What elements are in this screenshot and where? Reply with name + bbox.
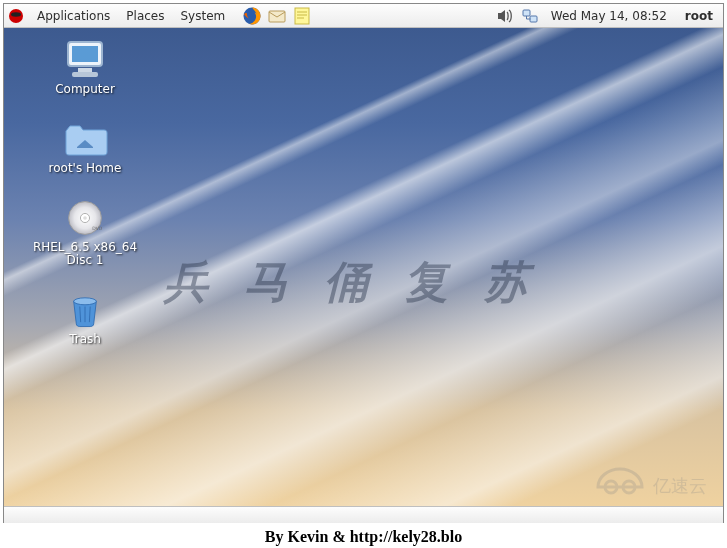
desktop-area[interactable]: 兵马俑复苏 亿速云 Computer — [4, 28, 723, 506]
notes-launcher[interactable] — [292, 6, 312, 26]
clock[interactable]: Wed May 14, 08:52 — [547, 9, 671, 23]
menu-places[interactable]: Places — [119, 6, 171, 26]
computer-icon[interactable]: Computer — [26, 40, 144, 97]
svg-point-11 — [623, 481, 635, 493]
menu-system[interactable]: System — [173, 6, 232, 26]
svg-rect-15 — [78, 68, 92, 72]
svg-rect-9 — [530, 16, 537, 22]
bottom-panel[interactable] — [4, 506, 723, 523]
disc-icon[interactable]: DVD RHEL_6.5 x86_64 Disc 1 — [26, 198, 144, 269]
launcher-tray — [242, 6, 312, 26]
svg-point-10 — [605, 481, 617, 493]
image-caption: By Kevin & http://kely28.blo — [0, 528, 727, 546]
svg-point-19 — [83, 216, 87, 220]
svg-rect-16 — [72, 72, 98, 77]
email-launcher[interactable] — [267, 6, 287, 26]
disc-label: RHEL_6.5 x86_64 Disc 1 — [26, 241, 144, 269]
panel-right: Wed May 14, 08:52 root — [495, 7, 719, 25]
svg-point-1 — [11, 12, 21, 16]
dvd-icon: DVD — [62, 198, 108, 238]
desktop-icons: Computer root's Home — [26, 40, 144, 347]
brand-watermark: 亿速云 — [583, 452, 713, 506]
menu-applications[interactable]: Applications — [30, 6, 117, 26]
computer-label: Computer — [55, 83, 115, 97]
folder-home-icon — [62, 119, 108, 159]
panel-left: Applications Places System — [8, 6, 312, 26]
svg-text:DVD: DVD — [92, 225, 103, 230]
trash-icon[interactable]: Trash — [26, 290, 144, 347]
svg-point-21 — [74, 298, 97, 305]
svg-text:亿速云: 亿速云 — [652, 476, 707, 496]
volume-icon[interactable] — [495, 7, 513, 25]
home-icon[interactable]: root's Home — [26, 119, 144, 176]
firefox-launcher[interactable] — [242, 6, 262, 26]
user-menu[interactable]: root — [679, 9, 719, 23]
svg-rect-14 — [72, 46, 98, 62]
trash-bin-icon — [62, 290, 108, 330]
top-panel: Applications Places System — [4, 4, 723, 28]
trash-label: Trash — [69, 333, 101, 347]
monitor-icon — [62, 40, 108, 80]
svg-rect-4 — [295, 8, 309, 24]
svg-rect-8 — [523, 10, 530, 16]
redhat-icon — [8, 8, 24, 24]
network-icon[interactable] — [521, 7, 539, 25]
gnome-screen: Applications Places System — [3, 3, 724, 523]
home-label: root's Home — [49, 162, 122, 176]
